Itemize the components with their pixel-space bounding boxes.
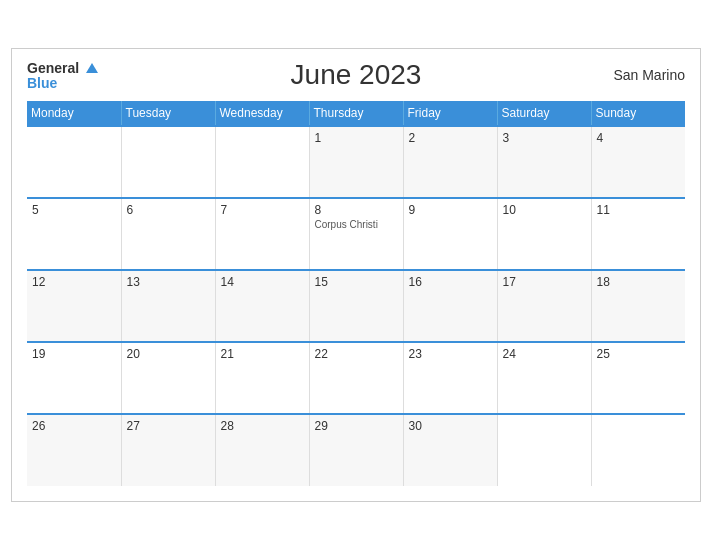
table-row xyxy=(591,414,685,486)
col-monday: Monday xyxy=(27,101,121,126)
calendar-week-row: 12131415161718 xyxy=(27,270,685,342)
day-number: 27 xyxy=(127,419,210,433)
day-number: 11 xyxy=(597,203,681,217)
event-label: Corpus Christi xyxy=(315,219,398,230)
page-title: June 2023 xyxy=(291,59,422,91)
day-number: 1 xyxy=(315,131,398,145)
day-number: 9 xyxy=(409,203,492,217)
table-row: 16 xyxy=(403,270,497,342)
table-row: 1 xyxy=(309,126,403,198)
day-number: 16 xyxy=(409,275,492,289)
day-number: 7 xyxy=(221,203,304,217)
day-number: 4 xyxy=(597,131,681,145)
table-row: 5 xyxy=(27,198,121,270)
table-row: 17 xyxy=(497,270,591,342)
table-row: 8Corpus Christi xyxy=(309,198,403,270)
day-number: 28 xyxy=(221,419,304,433)
table-row: 20 xyxy=(121,342,215,414)
day-number: 12 xyxy=(32,275,116,289)
col-tuesday: Tuesday xyxy=(121,101,215,126)
day-number: 2 xyxy=(409,131,492,145)
day-number: 25 xyxy=(597,347,681,361)
table-row: 23 xyxy=(403,342,497,414)
table-row: 27 xyxy=(121,414,215,486)
col-friday: Friday xyxy=(403,101,497,126)
table-row: 3 xyxy=(497,126,591,198)
logo-triangle-icon xyxy=(86,63,98,73)
col-wednesday: Wednesday xyxy=(215,101,309,126)
table-row: 26 xyxy=(27,414,121,486)
day-number: 17 xyxy=(503,275,586,289)
day-number: 21 xyxy=(221,347,304,361)
day-number: 18 xyxy=(597,275,681,289)
day-number: 24 xyxy=(503,347,586,361)
table-row: 22 xyxy=(309,342,403,414)
calendar-table: Monday Tuesday Wednesday Thursday Friday… xyxy=(27,101,685,486)
table-row: 7 xyxy=(215,198,309,270)
day-number: 13 xyxy=(127,275,210,289)
table-row: 12 xyxy=(27,270,121,342)
table-row: 19 xyxy=(27,342,121,414)
table-row: 15 xyxy=(309,270,403,342)
table-row xyxy=(121,126,215,198)
day-number: 19 xyxy=(32,347,116,361)
table-row: 6 xyxy=(121,198,215,270)
day-number: 23 xyxy=(409,347,492,361)
day-number: 29 xyxy=(315,419,398,433)
col-thursday: Thursday xyxy=(309,101,403,126)
weekday-header-row: Monday Tuesday Wednesday Thursday Friday… xyxy=(27,101,685,126)
calendar-week-row: 2627282930 xyxy=(27,414,685,486)
calendar-week-row: 19202122232425 xyxy=(27,342,685,414)
col-saturday: Saturday xyxy=(497,101,591,126)
day-number: 14 xyxy=(221,275,304,289)
table-row: 21 xyxy=(215,342,309,414)
calendar-container: General Blue June 2023 San Marino Monday… xyxy=(11,48,701,502)
calendar-week-row: 1234 xyxy=(27,126,685,198)
day-number: 10 xyxy=(503,203,586,217)
day-number: 15 xyxy=(315,275,398,289)
table-row: 28 xyxy=(215,414,309,486)
logo-blue-text: Blue xyxy=(27,76,98,91)
table-row: 2 xyxy=(403,126,497,198)
table-row: 10 xyxy=(497,198,591,270)
day-number: 8 xyxy=(315,203,398,217)
logo-general-text: General xyxy=(27,59,98,77)
table-row: 25 xyxy=(591,342,685,414)
day-number: 22 xyxy=(315,347,398,361)
day-number: 5 xyxy=(32,203,116,217)
calendar-header: General Blue June 2023 San Marino xyxy=(27,59,685,91)
table-row: 24 xyxy=(497,342,591,414)
table-row xyxy=(215,126,309,198)
calendar-week-row: 5678Corpus Christi91011 xyxy=(27,198,685,270)
table-row: 29 xyxy=(309,414,403,486)
table-row xyxy=(497,414,591,486)
table-row: 4 xyxy=(591,126,685,198)
day-number: 30 xyxy=(409,419,492,433)
col-sunday: Sunday xyxy=(591,101,685,126)
country-label: San Marino xyxy=(613,67,685,83)
table-row: 9 xyxy=(403,198,497,270)
table-row: 13 xyxy=(121,270,215,342)
day-number: 6 xyxy=(127,203,210,217)
table-row: 14 xyxy=(215,270,309,342)
day-number: 26 xyxy=(32,419,116,433)
logo: General Blue xyxy=(27,59,98,92)
table-row: 18 xyxy=(591,270,685,342)
table-row: 11 xyxy=(591,198,685,270)
day-number: 3 xyxy=(503,131,586,145)
table-row: 30 xyxy=(403,414,497,486)
day-number: 20 xyxy=(127,347,210,361)
table-row xyxy=(27,126,121,198)
